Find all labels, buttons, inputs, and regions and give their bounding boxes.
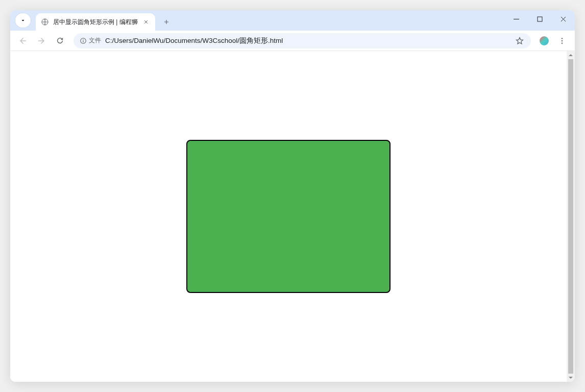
svg-rect-4 [83,39,83,39]
extension-avatar-icon [540,36,549,45]
minimize-button[interactable] [504,10,528,28]
tab-close-button[interactable] [142,18,150,26]
chrome-menu-button[interactable] [554,33,570,48]
chevron-down-icon [20,17,26,23]
tab-title: 居中显示圆角矩形示例 | 编程狮 [53,18,138,27]
svg-point-7 [562,42,563,43]
rounded-rectangle [186,140,391,293]
globe-icon [41,18,49,26]
reload-button[interactable] [52,33,67,48]
tab-search-button[interactable] [15,13,31,28]
file-origin-label: 文件 [89,36,101,45]
close-icon [143,19,149,25]
maximize-icon [537,16,543,22]
window-close-button[interactable] [551,10,575,28]
minimize-icon [514,16,519,22]
forward-button[interactable] [34,33,49,48]
tab-strip: 居中显示圆角矩形示例 | 编程狮 [10,10,575,31]
star-icon [515,36,524,45]
address-bar[interactable]: 文件 C:/Users/DanielWu/Documents/W3Cschool… [74,33,531,48]
svg-rect-3 [83,40,83,42]
more-vert-icon [558,37,566,45]
new-tab-button[interactable] [159,15,174,29]
arrow-left-icon [18,36,28,45]
file-origin-chip[interactable]: 文件 [80,36,101,45]
window-controls [504,10,575,31]
scroll-down-arrow-icon [567,374,575,382]
back-button[interactable] [15,33,31,48]
scroll-up-arrow-icon [567,51,575,59]
scrollbar-thumb[interactable] [568,59,573,374]
page-body [10,51,567,382]
close-icon [560,16,566,22]
page-viewport [10,51,575,382]
browser-window: 居中显示圆角矩形示例 | 编程狮 [10,10,575,382]
bookmark-button[interactable] [515,36,525,46]
extension-button[interactable] [537,34,551,48]
svg-rect-1 [538,17,542,21]
info-icon [80,37,87,44]
plus-icon [163,18,170,26]
arrow-right-icon [37,36,46,45]
svg-point-5 [562,38,563,39]
url-text: C:/Users/DanielWu/Documents/W3Cschool/圆角… [105,36,510,45]
browser-tab[interactable]: 居中显示圆角矩形示例 | 编程狮 [36,13,155,31]
reload-icon [56,36,64,45]
maximize-button[interactable] [528,10,551,28]
vertical-scrollbar[interactable] [567,51,575,382]
toolbar: 文件 C:/Users/DanielWu/Documents/W3Cschool… [10,31,575,51]
svg-point-6 [562,40,563,41]
